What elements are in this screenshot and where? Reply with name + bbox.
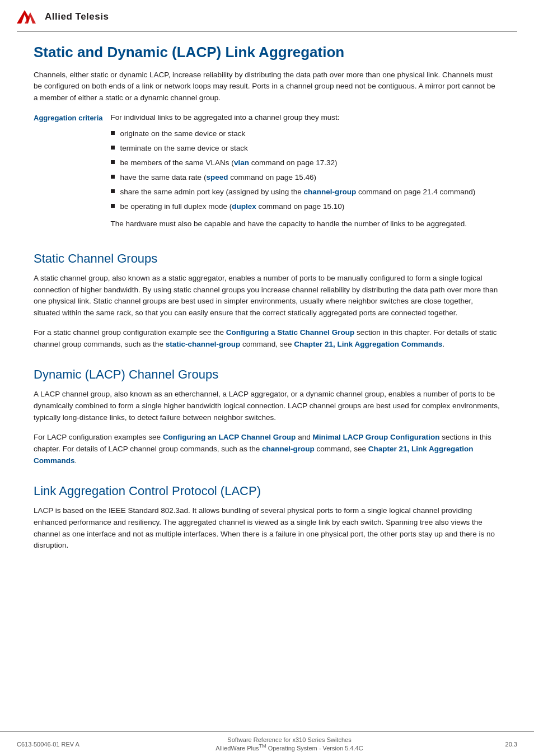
main-content: Static and Dynamic (LACP) Link Aggregati… — [0, 32, 534, 571]
dynamic-channel-groups-para2: For LACP configuration examples see Conf… — [34, 432, 500, 467]
aggregation-criteria-content: For individual links to be aggregated in… — [111, 112, 500, 234]
lacp-heading: Link Aggregation Control Protocol (LACP) — [34, 484, 500, 498]
list-item-text: share the same admin port key (assigned … — [120, 186, 476, 198]
list-item: be members of the same VLANs (vlan comma… — [111, 157, 500, 169]
aggregation-footer-text: The hardware must also be capable and ha… — [111, 218, 500, 230]
list-item: be operating in full duplex mode (duplex… — [111, 201, 500, 213]
list-item: originate on the same device or stack — [111, 128, 500, 140]
footer: C613-50046-01 REV A Software Reference f… — [0, 731, 534, 756]
minimal-lacp-link[interactable]: Minimal LACP Group Configuration — [312, 433, 439, 441]
header: Allied Telesis — [0, 0, 534, 31]
bullet-icon — [111, 146, 115, 150]
bullet-icon — [111, 189, 115, 193]
footer-tm: TM — [259, 743, 266, 749]
list-item: share the same admin port key (assigned … — [111, 186, 500, 198]
dynamic-para2-before: For LACP configuration examples see — [34, 433, 163, 441]
list-item-text: be members of the same VLANs (vlan comma… — [120, 157, 338, 169]
list-item-text: have the same data rate (speed command o… — [120, 172, 316, 184]
bullet-icon — [111, 131, 115, 135]
aggregation-bullet-list: originate on the same device or stack te… — [111, 128, 500, 213]
page-wrapper: Allied Telesis Static and Dynamic (LACP)… — [0, 0, 534, 756]
duplex-link[interactable]: duplex — [232, 202, 256, 211]
para2-text-before: For a static channel group configuration… — [34, 328, 226, 337]
aggregation-criteria-intro: For individual links to be aggregated in… — [111, 112, 500, 124]
aggregation-criteria-label: Aggregation criteria — [34, 112, 111, 123]
list-item: have the same data rate (speed command o… — [111, 172, 500, 184]
dynamic-para2-middle3: command, see — [315, 445, 368, 453]
lacp-para1: LACP is based on the IEEE Standard 802.3… — [34, 505, 500, 552]
page-title: Static and Dynamic (LACP) Link Aggregati… — [34, 43, 500, 62]
list-item-text: terminate on the same device or stack — [120, 143, 248, 155]
bullet-icon — [111, 175, 115, 179]
dynamic-para2-end: . — [75, 456, 77, 465]
footer-center: Software Reference for x310 Series Switc… — [106, 736, 472, 752]
para2-text-after: command, see — [240, 340, 294, 348]
list-item-text: originate on the same device or stack — [120, 128, 246, 140]
speed-link[interactable]: speed — [206, 173, 228, 181]
intro-paragraph: Channels, either static or dynamic LACP,… — [34, 69, 500, 105]
logo: Allied Telesis — [17, 8, 109, 26]
static-channel-groups-para1: A static channel group, also known as a … — [34, 273, 500, 320]
logo-text: Allied Telesis — [45, 11, 109, 22]
channel-group-link[interactable]: channel-group — [303, 188, 356, 196]
footer-page-number: 20.3 — [505, 741, 517, 748]
dynamic-channel-groups-heading: Dynamic (LACP) Channel Groups — [34, 367, 500, 382]
static-channel-groups-heading: Static Channel Groups — [34, 251, 500, 266]
vlan-link[interactable]: vlan — [234, 158, 249, 167]
footer-revision: C613-50046-01 REV A — [17, 741, 79, 748]
bullet-icon — [111, 204, 115, 208]
channel-group-cmd-link[interactable]: channel-group — [262, 445, 315, 453]
list-item: terminate on the same device or stack — [111, 143, 500, 155]
footer-product-line2: AlliedWare PlusTM Operating System - Ver… — [106, 743, 472, 752]
para2-end: . — [442, 340, 444, 348]
dynamic-para2-middle1: and — [296, 433, 312, 441]
logo-icon — [17, 8, 41, 26]
chapter21-link-static[interactable]: Chapter 21, Link Aggregation Commands — [294, 340, 442, 348]
dynamic-channel-groups-para1: A LACP channel group, also known as an e… — [34, 389, 500, 424]
list-item-text: be operating in full duplex mode (duplex… — [120, 201, 345, 213]
configuring-static-link[interactable]: Configuring a Static Channel Group — [226, 328, 355, 337]
configuring-lacp-link[interactable]: Configuring an LACP Channel Group — [163, 433, 296, 441]
footer-left: C613-50046-01 REV A — [17, 741, 106, 748]
static-channel-groups-para2: For a static channel group configuration… — [34, 327, 500, 351]
footer-right: 20.3 — [472, 741, 517, 748]
static-channel-group-cmd-link[interactable]: static-channel-group — [166, 340, 241, 348]
footer-product-line1: Software Reference for x310 Series Switc… — [106, 736, 472, 743]
aggregation-criteria-section: Aggregation criteria For individual link… — [34, 112, 500, 234]
bullet-icon — [111, 160, 115, 164]
